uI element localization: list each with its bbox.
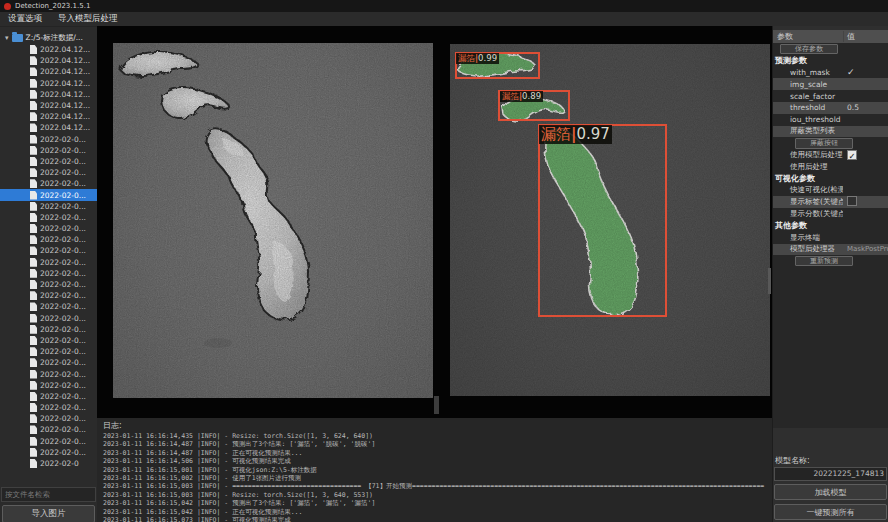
tree-item[interactable]: 2022.04.12... [0,89,97,100]
tree-item[interactable]: 2022-02-0... [0,279,97,290]
tree-item[interactable]: 2022-02-0... [0,357,97,368]
app-icon [4,3,11,10]
param-row[interactable]: threshold0.5 [773,102,888,114]
tree-item-label: 2022.04.12... [40,112,90,121]
tree-item[interactable]: 2022-02-0 [0,458,97,469]
param-row[interactable]: with_mask✓ [773,67,888,79]
file-icon [30,123,37,132]
tree-item[interactable]: 2022-02-0... [0,346,97,357]
file-icon [30,258,37,267]
prediction-image-panel[interactable]: 漏箔|0.99 漏箔|0.89 漏箔|0.97 [450,44,770,396]
tree-item[interactable]: 2022.04.12... [0,100,97,111]
search-input[interactable] [1,487,96,502]
tree-item[interactable]: 2022-02-0... [0,380,97,391]
tree-item[interactable]: 2022-02-0... [0,245,97,256]
tree-item[interactable]: 2022-02-0... [0,189,97,200]
tree-item[interactable]: 2022-02-0... [0,167,97,178]
tree-item[interactable]: 2022-02-0... [0,268,97,279]
log-line: 2023-01-11 16:16:15,042 |INFO| - 预测出了3个结… [97,499,772,507]
param-button[interactable]: 保存参数 [780,44,838,55]
tree-item-label: 2022.04.12... [40,67,90,76]
tree-root[interactable]: ▾ Z:/5-标注数据/... [0,32,97,44]
file-tree: ▾ Z:/5-标注数据/... 2022.04.12...2022.04.12.… [0,32,97,482]
source-image-panel[interactable] [113,43,433,398]
folder-icon [12,34,23,42]
file-icon [30,325,37,334]
menu-import-postprocess[interactable]: 导入模型后处理 [58,13,118,25]
param-row[interactable]: 使用后处理 [773,161,888,173]
tree-item-label: 2022-02-0... [40,157,86,166]
tree-item[interactable]: 2022-02-0... [0,223,97,234]
tree-item[interactable]: 2022-02-0... [0,134,97,145]
tree-item[interactable]: 2022-02-0... [0,424,97,435]
file-icon [30,291,37,300]
param-row[interactable]: scale_factor [773,90,888,102]
tree-item[interactable]: 2022-02-0... [0,335,97,346]
tree-item[interactable]: 2022.04.12... [0,66,97,77]
log-line: 2023-01-11 16:16:14,487 |INFO| - 正在可视化预测… [97,449,772,457]
tree-item[interactable]: 2022.04.12... [0,44,97,55]
tree-item[interactable]: 2022-02-0... [0,368,97,379]
viewer-scrollbar[interactable] [768,268,771,294]
tree-item-label: 2022.04.12... [40,90,90,99]
tree-item-label: 2022-02-0... [40,146,86,155]
tree-item[interactable]: 2022-02-0... [0,212,97,223]
tree-item[interactable]: 2022-02-0... [0,201,97,212]
tree-item[interactable]: 2022-02-0... [0,447,97,458]
checkbox-empty-icon[interactable] [847,196,857,206]
tree-item[interactable]: 2022.04.12... [0,55,97,66]
source-defect-graphic [113,43,433,398]
param-button[interactable]: 屏蔽按钮 [795,138,853,149]
tree-item-label: 2022-02-0... [40,347,86,356]
tree-item[interactable]: 2022-02-0... [0,313,97,324]
param-button[interactable]: 重新预测 [795,256,853,267]
tree-item-label: 2022-02-0... [40,202,86,211]
tree-item-label: 2022.04.12... [40,45,90,54]
tree-item[interactable]: 2022-02-0... [0,234,97,245]
splitter-handle[interactable] [434,396,439,414]
file-icon [30,235,37,244]
load-model-button[interactable]: 加载模型 [774,484,887,500]
tree-item[interactable]: 2022-02-0... [0,301,97,312]
tree-item[interactable]: 2022-02-0... [0,156,97,167]
param-row[interactable]: 模型后处理器MaskPostPro [773,244,888,256]
tree-item[interactable]: 2022-02-0... [0,402,97,413]
tree-item-label: 2022-02-0... [40,448,86,457]
log-lines: 2023-01-11 16:16:14,435 |INFO| - Resize:… [97,432,772,522]
tree-item[interactable]: 2022-02-0... [0,257,97,268]
tree-item[interactable]: 2022.04.12... [0,122,97,133]
tree-item[interactable]: 2022-02-0... [0,413,97,424]
param-row[interactable]: 显示分数(关键点) [773,208,888,220]
param-name: 快速可视化(检测) [773,185,843,195]
log-title: 日志: [97,418,772,432]
tree-item-label: 2022.04.12... [40,123,90,132]
file-icon [30,157,37,166]
tree-item[interactable]: 2022-02-0... [0,145,97,156]
tree-item-label: 2022-02-0... [40,425,86,434]
tree-item[interactable]: 2022-02-0... [0,391,97,402]
tree-item[interactable]: 2022-02-0... [0,178,97,189]
param-name: 使用模型后处理 [773,150,843,160]
param-row[interactable]: 使用模型后处理✓ [773,149,888,161]
param-row[interactable]: 显示终端 [773,232,888,244]
param-row[interactable]: 屏蔽类型列表 [773,126,888,138]
tree-item[interactable]: 2022-02-0... [0,436,97,447]
param-row[interactable]: img_scale [773,78,888,90]
caret-down-icon[interactable]: ▾ [5,34,9,42]
tree-item[interactable]: 2022.04.12... [0,111,97,122]
file-icon [30,191,37,200]
menu-bar: 设置选项 导入模型后处理 [0,12,888,27]
checkbox-checked-icon[interactable]: ✓ [847,150,857,160]
predict-all-button[interactable]: 一键预测所有 [774,504,887,520]
param-row[interactable]: iou_threshold [773,114,888,126]
menu-settings[interactable]: 设置选项 [8,13,42,25]
import-images-button[interactable]: 导入图片 [2,505,95,522]
file-icon [30,414,37,423]
param-row[interactable]: 显示标签(关键点) [773,196,888,208]
param-row[interactable]: 快速可视化(检测) [773,185,888,197]
tree-item[interactable]: 2022-02-0... [0,290,97,301]
file-icon [30,79,37,88]
tree-item[interactable]: 2022.04.12... [0,78,97,89]
model-name-field[interactable]: 20221225_174813 [774,467,887,481]
tree-item[interactable]: 2022-02-0... [0,324,97,335]
